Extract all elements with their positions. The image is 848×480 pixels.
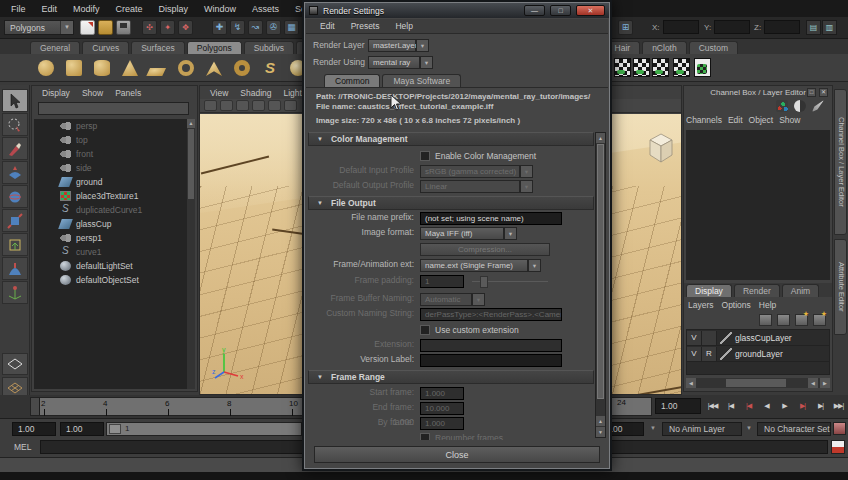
outliner-item[interactable]: duplicatedCurve1: [34, 203, 187, 217]
range-slider-handle[interactable]: [109, 424, 121, 434]
menu-item[interactable]: Create: [109, 2, 150, 16]
viewport-toolbar-icon[interactable]: [236, 100, 249, 111]
poly-plane-icon[interactable]: [148, 58, 168, 78]
attribute-editor-dock-tab[interactable]: Attribute Editor: [834, 239, 847, 335]
outliner-menu-item[interactable]: Panels: [111, 88, 145, 98]
input-connections-icon[interactable]: ↯: [230, 20, 245, 35]
outliner-item[interactable]: place3dTexture1: [34, 189, 187, 203]
playback-button[interactable]: ◀: [759, 398, 774, 414]
use-custom-extension-checkbox[interactable]: [420, 325, 430, 335]
playback-button[interactable]: |◀: [741, 398, 756, 414]
viewport-toolbar-icon[interactable]: [252, 100, 265, 111]
chevron-down-icon[interactable]: ▼: [528, 259, 541, 272]
outliner-item[interactable]: curve1: [34, 245, 187, 259]
layer-color-swatch[interactable]: [720, 332, 732, 344]
outliner-item[interactable]: top: [34, 133, 187, 147]
z-coord-field[interactable]: [764, 20, 800, 34]
playback-button[interactable]: |◀◀: [705, 398, 720, 414]
channel-box-menu-item[interactable]: Edit: [728, 115, 743, 125]
layer-visible-toggle[interactable]: V: [687, 331, 702, 345]
poly-pipe-icon[interactable]: [232, 58, 252, 78]
outliner-item[interactable]: glassCup: [34, 217, 187, 231]
layer-editor-tab[interactable]: Anim: [782, 284, 819, 297]
channel-box-menu-item[interactable]: Channels: [686, 115, 722, 125]
current-time-field[interactable]: 1.00: [655, 398, 701, 414]
dialog-tab[interactable]: Common: [324, 74, 380, 87]
current-frame-marker[interactable]: [31, 398, 40, 415]
rotate-tool-button[interactable]: [2, 185, 28, 208]
dialog-scrollbar[interactable]: ▲ ▲ ▼: [595, 132, 606, 438]
render-using-dropdown[interactable]: mental ray▼: [368, 56, 420, 69]
poly-cube-icon[interactable]: [64, 58, 84, 78]
shelf-tab[interactable]: General: [30, 41, 80, 54]
color-management-section-header[interactable]: ▼ Color Management: [308, 132, 594, 146]
close-button[interactable]: ✕: [576, 5, 605, 16]
menu-item[interactable]: Assets: [245, 2, 286, 16]
chevron-down-icon[interactable]: ▼: [416, 39, 429, 52]
viewport-toolbar-icon[interactable]: [220, 100, 233, 111]
scroll-up-icon[interactable]: ▲: [596, 133, 605, 143]
outliner-item[interactable]: defaultLightSet: [34, 259, 187, 273]
chevron-down-icon[interactable]: ▼: [650, 425, 656, 431]
snap-point-icon[interactable]: ✥: [178, 20, 193, 35]
outliner-item[interactable]: persp: [34, 119, 187, 133]
frame-animation-ext-dropdown[interactable]: name.ext (Single Frame)▼: [420, 259, 528, 272]
shelf-tab[interactable]: Polygons: [187, 41, 242, 54]
playback-button[interactable]: ▶|: [813, 398, 828, 414]
layer-editor-menu-item[interactable]: Help: [759, 300, 776, 310]
outliner-menu-item[interactable]: Display: [38, 88, 74, 98]
poly-helix-icon[interactable]: S: [260, 58, 280, 78]
move-layer-down-icon[interactable]: [777, 314, 790, 326]
single-pane-layout-button[interactable]: [2, 353, 28, 375]
poly-sphere-icon[interactable]: [36, 58, 56, 78]
channel-box-menu-item[interactable]: Object: [749, 115, 774, 125]
layer-editor-menu-item[interactable]: Layers: [688, 300, 714, 310]
layer-renderable-toggle[interactable]: R: [702, 347, 717, 361]
hyperbolic-slider-icon[interactable]: [812, 100, 824, 112]
extension-input[interactable]: [420, 339, 562, 352]
script-editor-icon[interactable]: [831, 440, 845, 454]
dialog-close-button[interactable]: Close: [314, 446, 600, 463]
end-frame-input[interactable]: 10.000: [420, 402, 464, 415]
universal-manipulator-button[interactable]: [2, 233, 28, 256]
viewport-toolbar-icon[interactable]: [204, 100, 217, 111]
scroll-up-icon[interactable]: ▲: [596, 416, 605, 426]
custom-naming-string-input[interactable]: derPassType>:<RenderPass>.<Camera>: [420, 308, 562, 321]
scroll-up-icon[interactable]: ▲: [187, 119, 195, 128]
lasso-tool-button[interactable]: [2, 113, 28, 136]
paint-select-tool-button[interactable]: [2, 137, 28, 160]
new-scene-icon[interactable]: [80, 20, 95, 35]
input-profile-dropdown[interactable]: sRGB (gamma corrected)▼: [420, 165, 520, 178]
playback-button[interactable]: ▶▶|: [831, 398, 846, 414]
layer-row[interactable]: V R groundLayer: [687, 346, 829, 362]
by-frame-input[interactable]: 1.000: [420, 417, 464, 430]
layer-hscrollbar[interactable]: ◀ ◀ ▶: [686, 378, 830, 388]
menu-item[interactable]: File: [4, 2, 33, 16]
outliner-item[interactable]: side: [34, 161, 187, 175]
frame-padding-slider[interactable]: [472, 281, 548, 282]
manipulator-display-icon[interactable]: [776, 100, 788, 112]
scroll-down-icon[interactable]: ▼: [596, 427, 605, 437]
chevron-down-icon[interactable]: ▼: [504, 227, 517, 240]
y-coord-field[interactable]: [714, 20, 750, 34]
chevron-down-icon[interactable]: ▼: [746, 425, 752, 431]
enable-color-management-checkbox[interactable]: [420, 151, 430, 161]
outliner-search-input[interactable]: [38, 102, 189, 115]
speed-control-icon[interactable]: [794, 100, 806, 112]
layer-row[interactable]: V glassCupLayer: [687, 330, 829, 346]
scrollbar-thumb[interactable]: [726, 379, 786, 387]
outliner-scrollbar[interactable]: ▲: [187, 119, 195, 389]
show-tool-settings-button[interactable]: ▥: [822, 20, 837, 35]
new-layer-from-selected-icon[interactable]: [813, 314, 826, 326]
scroll-right-icon[interactable]: ▶: [820, 378, 830, 388]
animation-start-field[interactable]: 1.00: [12, 422, 56, 436]
layer-editor-tab[interactable]: Render: [734, 284, 780, 297]
compression-button[interactable]: Compression...: [420, 243, 550, 256]
maximize-button[interactable]: □: [550, 5, 571, 16]
menu-set-selector[interactable]: Polygons▼: [4, 20, 74, 35]
layer-visible-toggle[interactable]: V: [687, 347, 702, 361]
range-slider[interactable]: 1: [106, 422, 302, 436]
scroll-left-icon[interactable]: ◀: [808, 378, 818, 388]
auto-key-icon[interactable]: [833, 422, 846, 435]
poly-prism-icon[interactable]: [204, 58, 224, 78]
